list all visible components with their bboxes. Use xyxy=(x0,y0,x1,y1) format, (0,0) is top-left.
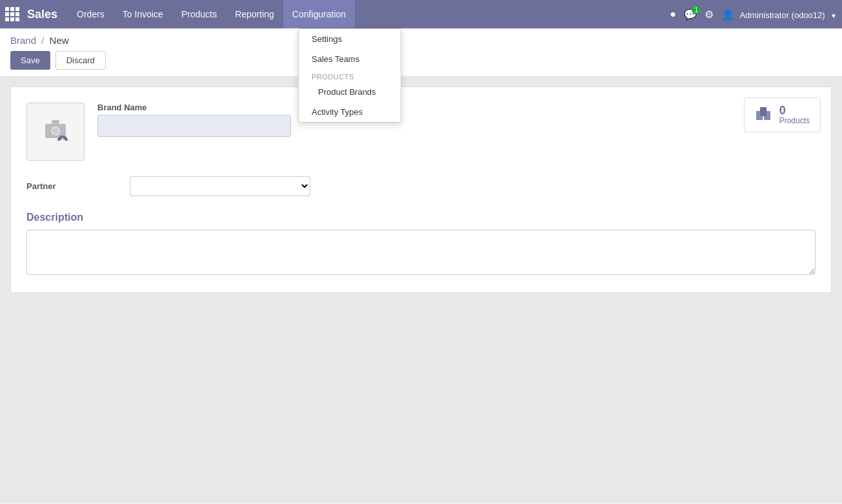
svg-point-5 xyxy=(52,128,59,134)
nav-item-configuration[interactable]: Configuration xyxy=(283,0,355,28)
form-card: 0 Products + Brand Name xyxy=(10,86,832,293)
app-brand[interactable]: Sales xyxy=(5,7,57,21)
svg-rect-2 xyxy=(760,107,767,116)
apps-icon xyxy=(5,7,19,21)
chat-icon-btn[interactable]: 💬 1 xyxy=(684,8,697,21)
chevron-down-icon: ▼ xyxy=(830,12,837,19)
breadcrumb-bar: Brand / New Save Discard xyxy=(0,28,842,76)
breadcrumb-separator: / xyxy=(41,35,44,46)
dropdown-item-activity-types[interactable]: Activity Types xyxy=(299,102,401,122)
configuration-dropdown: Settings Sales Teams Products Product Br… xyxy=(298,28,401,123)
dropdown-item-settings[interactable]: Settings xyxy=(299,29,401,49)
app-title: Sales xyxy=(27,8,57,21)
main-nav: Orders To Invoice Products Reporting Con… xyxy=(68,0,670,28)
breadcrumb-current: New xyxy=(50,35,69,46)
svg-text:+: + xyxy=(60,135,65,141)
camera-icon: + xyxy=(43,117,68,146)
products-btn-text: 0 Products xyxy=(779,105,810,125)
chat-badge: 1 xyxy=(692,6,701,14)
action-buttons: Save Discard xyxy=(10,51,832,70)
navbar-right: ● 💬 1 ⚙ 👤 Administrator (odoo12) ▼ xyxy=(670,8,837,21)
main-content: 0 Products + Brand Name xyxy=(0,76,842,503)
description-textarea[interactable] xyxy=(26,230,816,275)
navbar: Sales Orders To Invoice Products Reporti… xyxy=(0,0,842,28)
user-profile-btn[interactable]: 👤 Administrator (odoo12) ▼ xyxy=(721,8,837,21)
photo-upload[interactable]: + xyxy=(26,103,85,161)
breadcrumb-parent[interactable]: Brand xyxy=(10,35,36,46)
description-title: Description xyxy=(26,212,816,223)
products-button[interactable]: 0 Products xyxy=(744,97,821,132)
brand-name-input[interactable] xyxy=(97,115,291,137)
products-count: 0 xyxy=(779,105,786,116)
user-label: Administrator (odoo12) xyxy=(739,10,825,20)
svg-rect-6 xyxy=(52,120,59,124)
activity-icon-btn[interactable]: ● xyxy=(670,8,676,20)
dropdown-section-products: Products xyxy=(299,69,401,82)
gear-icon: ⚙ xyxy=(705,9,714,20)
discard-button[interactable]: Discard xyxy=(55,51,106,70)
nav-item-orders[interactable]: Orders xyxy=(68,0,114,28)
partner-row: Partner xyxy=(26,176,816,196)
settings-icon-btn[interactable]: ⚙ xyxy=(705,8,714,21)
clock-icon: ● xyxy=(670,8,676,19)
dropdown-item-sales-teams[interactable]: Sales Teams xyxy=(299,49,401,69)
save-button[interactable]: Save xyxy=(10,51,50,70)
description-section: Description xyxy=(26,212,816,277)
nav-item-reporting[interactable]: Reporting xyxy=(226,0,283,28)
breadcrumb: Brand / New xyxy=(10,35,832,46)
products-label: Products xyxy=(779,116,810,125)
nav-item-to-invoice[interactable]: To Invoice xyxy=(114,0,172,28)
nav-item-products[interactable]: Products xyxy=(172,0,226,28)
products-box-icon xyxy=(755,106,773,125)
form-top: + Brand Name xyxy=(26,103,816,161)
user-icon: 👤 xyxy=(721,9,734,20)
partner-label: Partner xyxy=(26,181,130,191)
partner-select[interactable] xyxy=(130,176,310,196)
dropdown-item-product-brands[interactable]: Product Brands xyxy=(299,82,401,102)
brand-name-field: Brand Name xyxy=(97,103,291,137)
brand-name-label: Brand Name xyxy=(97,103,291,112)
